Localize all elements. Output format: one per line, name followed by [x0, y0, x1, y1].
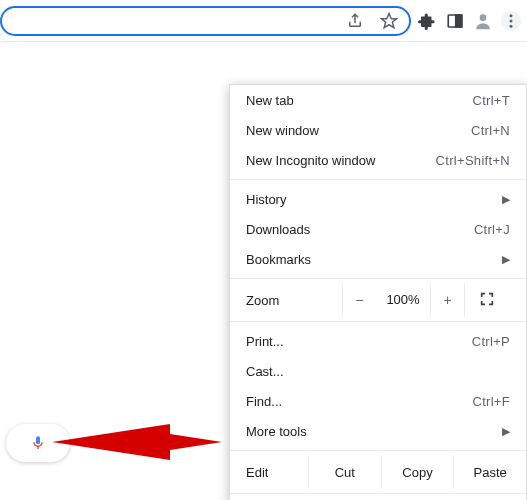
star-icon[interactable] [379, 11, 399, 31]
menu-label: Cast... [246, 364, 284, 379]
menu-label: Downloads [246, 222, 310, 237]
arrow-annotation-icon [52, 420, 222, 464]
menu-find[interactable]: Find... Ctrl+F [230, 386, 526, 416]
chevron-right-icon: ▶ [502, 253, 510, 266]
svg-marker-7 [52, 424, 222, 460]
shortcut: Ctrl+P [472, 334, 510, 349]
browser-menu: New tab Ctrl+T New window Ctrl+N New Inc… [229, 84, 527, 500]
menu-label: New window [246, 123, 319, 138]
menu-bookmarks[interactable]: Bookmarks ▶ [230, 244, 526, 274]
more-vert-icon[interactable] [501, 11, 521, 31]
svg-point-6 [510, 24, 513, 27]
fullscreen-button[interactable] [464, 283, 508, 317]
menu-label: New tab [246, 93, 294, 108]
menu-zoom: Zoom − 100% + [230, 283, 526, 317]
shortcut: Ctrl+T [472, 93, 510, 108]
zoom-in-button[interactable]: + [430, 283, 464, 317]
voice-search-button[interactable] [6, 424, 70, 462]
zoom-percent: 100% [376, 283, 430, 317]
menu-separator [230, 493, 526, 494]
svg-point-3 [480, 14, 487, 21]
menu-history[interactable]: History ▶ [230, 184, 526, 214]
shortcut: Ctrl+F [472, 394, 510, 409]
menu-new-incognito[interactable]: New Incognito window Ctrl+Shift+N [230, 145, 526, 175]
shortcut: Ctrl+Shift+N [436, 153, 510, 168]
svg-point-5 [510, 19, 513, 22]
menu-new-tab[interactable]: New tab Ctrl+T [230, 85, 526, 115]
fullscreen-icon [479, 291, 495, 310]
edit-paste-button[interactable]: Paste [453, 455, 526, 489]
menu-label: Bookmarks [246, 252, 311, 267]
menu-separator [230, 321, 526, 322]
menu-label: Edit [230, 455, 308, 489]
menu-separator [230, 179, 526, 180]
share-icon[interactable] [345, 11, 365, 31]
menu-new-window[interactable]: New window Ctrl+N [230, 115, 526, 145]
svg-rect-2 [456, 15, 462, 27]
profile-icon[interactable] [473, 11, 493, 31]
menu-label: History [246, 192, 286, 207]
menu-label: Zoom [246, 293, 342, 308]
menu-downloads[interactable]: Downloads Ctrl+J [230, 214, 526, 244]
menu-label: New Incognito window [246, 153, 375, 168]
edit-copy-button[interactable]: Copy [381, 455, 454, 489]
edit-cut-button[interactable]: Cut [308, 455, 381, 489]
chevron-right-icon: ▶ [502, 193, 510, 206]
svg-marker-0 [382, 13, 397, 27]
omnibox[interactable] [0, 6, 411, 36]
chevron-right-icon: ▶ [502, 425, 510, 438]
menu-more-tools[interactable]: More tools ▶ [230, 416, 526, 446]
omnibox-actions [345, 11, 399, 31]
browser-toolbar [0, 0, 527, 42]
shortcut: Ctrl+J [474, 222, 510, 237]
zoom-out-button[interactable]: − [342, 283, 376, 317]
svg-point-4 [510, 14, 513, 17]
extensions-icon[interactable] [417, 11, 437, 31]
shortcut: Ctrl+N [471, 123, 510, 138]
menu-separator [230, 450, 526, 451]
page-content: New tab Ctrl+T New window Ctrl+N New Inc… [0, 42, 527, 500]
microphone-icon [30, 433, 46, 453]
menu-label: Print... [246, 334, 284, 349]
menu-separator [230, 278, 526, 279]
sidepanel-icon[interactable] [445, 11, 465, 31]
menu-label: Find... [246, 394, 282, 409]
menu-cast[interactable]: Cast... [230, 356, 526, 386]
menu-label: More tools [246, 424, 307, 439]
menu-print[interactable]: Print... Ctrl+P [230, 326, 526, 356]
menu-edit: Edit Cut Copy Paste [230, 455, 526, 489]
